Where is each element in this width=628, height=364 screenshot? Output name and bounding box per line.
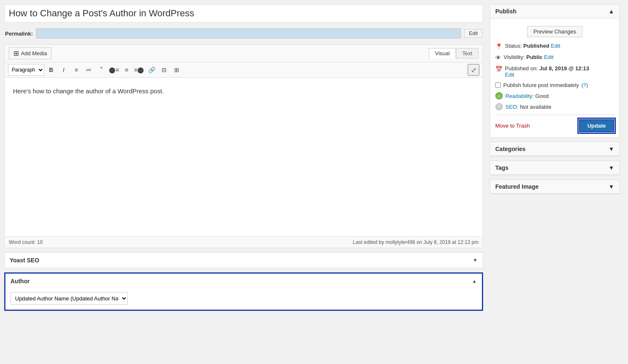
publish-immediately-label: Publish future post immediately bbox=[503, 82, 579, 88]
unordered-list-button[interactable]: ≡ bbox=[70, 64, 82, 76]
publish-immediately-checkbox[interactable] bbox=[495, 82, 501, 88]
readability-link[interactable]: Readability bbox=[505, 93, 532, 99]
insert-more-button[interactable]: ⊟ bbox=[158, 64, 170, 76]
publish-box-header: Publish ▲ bbox=[490, 5, 619, 18]
permalink-edit-button[interactable]: Edit bbox=[464, 29, 482, 38]
status-edit-link[interactable]: Edit bbox=[551, 43, 560, 49]
status-icon: 📍 bbox=[495, 43, 502, 50]
publish-title: Publish bbox=[495, 8, 517, 15]
publish-actions: Move to Trash Update bbox=[495, 115, 614, 133]
calendar-icon: 📅 bbox=[495, 66, 502, 72]
visibility-edit-link[interactable]: Edit bbox=[544, 54, 553, 60]
format-toolbar: Paragraph B I ≡ ≔ " ⬤≡ ≡ ≡⬤ 🔗 ⊟ ⊞ ⤢ bbox=[5, 62, 483, 78]
visibility-text: Visibility: Public Edit bbox=[504, 54, 553, 60]
published-edit-link[interactable]: Edit bbox=[505, 72, 514, 78]
publish-immediately-help[interactable]: (?) bbox=[582, 82, 588, 88]
seo-link[interactable]: SEO bbox=[505, 104, 517, 110]
yoast-seo-box: Yoast SEO ▼ bbox=[4, 252, 483, 268]
tags-title: Tags bbox=[495, 164, 509, 171]
move-to-trash-link[interactable]: Move to Trash bbox=[495, 123, 530, 129]
tags-header[interactable]: Tags ▼ bbox=[490, 161, 619, 175]
featured-image-chevron: ▼ bbox=[608, 183, 614, 190]
word-count: Word count: 10 bbox=[9, 239, 43, 245]
italic-button[interactable]: I bbox=[58, 64, 69, 76]
editor-top-bar: ⊞ Add Media Visual Text bbox=[5, 45, 483, 62]
author-dropdown[interactable]: Updated Author Name (Updated Author Name… bbox=[10, 292, 128, 305]
readability-text: Readability: Good bbox=[505, 93, 548, 99]
fullscreen-button[interactable]: ⤢ bbox=[468, 64, 479, 76]
permalink-bar: Permalink: Edit bbox=[4, 27, 483, 40]
visibility-row: 👁 Visibility: Public Edit bbox=[495, 52, 614, 63]
align-center-button[interactable]: ≡ bbox=[121, 64, 132, 76]
post-content: Here's how to change the author of a Wor… bbox=[13, 86, 474, 96]
featured-image-box: Featured Image ▼ bbox=[490, 179, 620, 194]
author-box-chevron: ▲ bbox=[472, 278, 477, 284]
author-select-area: Updated Author Name (Updated Author Name… bbox=[5, 289, 482, 310]
permalink-url bbox=[36, 28, 461, 38]
toggle-toolbar-button[interactable]: ⊞ bbox=[171, 64, 183, 76]
status-text: Status: Published Edit bbox=[505, 43, 560, 49]
categories-chevron: ▼ bbox=[608, 146, 614, 152]
update-button[interactable]: Update bbox=[579, 119, 614, 132]
tags-chevron: ▼ bbox=[608, 164, 614, 171]
seo-icon: Y bbox=[495, 103, 503, 110]
editor-content-area[interactable]: Here's how to change the author of a Wor… bbox=[5, 78, 483, 237]
preview-changes-button[interactable]: Preview Changes bbox=[527, 26, 582, 37]
author-box: Author ▲ Updated Author Name (Updated Au… bbox=[4, 272, 483, 311]
align-left-button[interactable]: ⬤≡ bbox=[108, 64, 120, 76]
readability-icon: ☺ bbox=[495, 92, 503, 100]
add-media-button[interactable]: ⊞ Add Media bbox=[9, 47, 51, 59]
paragraph-select[interactable]: Paragraph bbox=[8, 64, 44, 76]
seo-row: Y SEO: Not available bbox=[495, 101, 614, 112]
categories-title: Categories bbox=[495, 146, 525, 152]
tab-visual[interactable]: Visual bbox=[429, 48, 456, 59]
editor-footer: Word count: 10 Last edited by mollytyler… bbox=[5, 237, 483, 248]
visibility-icon: 👁 bbox=[495, 54, 501, 61]
ordered-list-button[interactable]: ≔ bbox=[83, 64, 95, 76]
publish-chevron: ▲ bbox=[608, 8, 614, 15]
align-right-button[interactable]: ≡⬤ bbox=[133, 64, 145, 76]
post-title-input[interactable] bbox=[4, 4, 483, 23]
author-box-label: Author bbox=[10, 278, 30, 285]
featured-image-header[interactable]: Featured Image ▼ bbox=[490, 180, 619, 194]
sidebar: Publish ▲ Preview Changes 📍 Status: Publ… bbox=[490, 4, 620, 360]
editor-wrapper: ⊞ Add Media Visual Text Paragraph B I ≡ … bbox=[4, 44, 483, 248]
yoast-seo-label: Yoast SEO bbox=[10, 257, 39, 264]
categories-box: Categories ▼ bbox=[490, 142, 620, 156]
last-edited: Last edited by mollytyler496 on July 8, … bbox=[353, 239, 479, 245]
add-media-icon: ⊞ bbox=[13, 49, 19, 57]
categories-header[interactable]: Categories ▼ bbox=[490, 142, 619, 156]
blockquote-button[interactable]: " bbox=[95, 64, 107, 76]
author-box-header[interactable]: Author ▲ bbox=[5, 274, 482, 289]
add-media-label: Add Media bbox=[21, 50, 47, 56]
publish-box: Publish ▲ Preview Changes 📍 Status: Publ… bbox=[490, 4, 620, 138]
link-button[interactable]: 🔗 bbox=[146, 64, 157, 76]
publish-immediately-row: Publish future post immediately (?) bbox=[495, 80, 614, 90]
tags-box: Tags ▼ bbox=[490, 161, 620, 175]
seo-text: SEO: Not available bbox=[505, 104, 551, 110]
readability-row: ☺ Readability: Good bbox=[495, 90, 614, 101]
published-date-row: 📅 Published on: Jul 8, 2019 @ 12:13 Edit bbox=[495, 63, 614, 80]
publish-box-content: Preview Changes 📍 Status: Published Edit… bbox=[490, 18, 619, 137]
permalink-label: Permalink: bbox=[5, 31, 33, 37]
tab-text[interactable]: Text bbox=[456, 48, 479, 59]
yoast-seo-header[interactable]: Yoast SEO ▼ bbox=[5, 253, 483, 268]
yoast-seo-chevron: ▼ bbox=[473, 257, 478, 263]
featured-image-title: Featured Image bbox=[495, 183, 538, 190]
published-text: Published on: Jul 8, 2019 @ 12:13 Edit bbox=[505, 65, 589, 78]
visual-text-tabs: Visual Text bbox=[429, 48, 479, 59]
bold-button[interactable]: B bbox=[45, 64, 57, 76]
status-row: 📍 Status: Published Edit bbox=[495, 41, 614, 52]
